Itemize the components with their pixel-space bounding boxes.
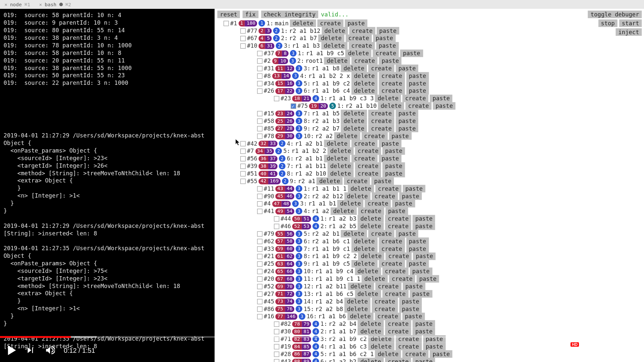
- paste-button[interactable]: paste: [417, 275, 439, 283]
- delete-button[interactable]: delete: [351, 245, 377, 253]
- node-checkbox[interactable]: [274, 216, 279, 221]
- create-button[interactable]: create: [361, 132, 387, 140]
- paste-button[interactable]: paste: [345, 19, 368, 27]
- tab-node[interactable]: × node ⌘1: [0, 0, 35, 9]
- node-checkbox[interactable]: [257, 126, 262, 131]
- delete-button[interactable]: delete: [341, 64, 367, 72]
- paste-button[interactable]: paste: [413, 328, 435, 335]
- delete-button[interactable]: delete: [341, 117, 367, 125]
- create-button[interactable]: create: [375, 185, 401, 192]
- paste-button[interactable]: paste: [382, 147, 405, 155]
- node-checkbox[interactable]: [257, 284, 262, 289]
- node-checkbox[interactable]: [240, 148, 245, 154]
- delete-button[interactable]: delete: [348, 185, 374, 192]
- node-checkbox[interactable]: [257, 118, 262, 124]
- create-button[interactable]: create: [379, 260, 405, 268]
- delete-button[interactable]: delete: [348, 282, 374, 290]
- delete-button[interactable]: delete: [358, 328, 384, 335]
- reset-button[interactable]: reset: [217, 11, 240, 18]
- toggle-debugger-button[interactable]: toggle debuger: [588, 11, 642, 18]
- paste-button[interactable]: paste: [400, 50, 423, 57]
- delete-button[interactable]: delete: [351, 237, 377, 245]
- paste-button[interactable]: paste: [376, 42, 399, 50]
- node-checkbox[interactable]: [257, 246, 262, 251]
- node-checkbox[interactable]: [274, 329, 279, 334]
- node-checkbox[interactable]: [257, 186, 262, 191]
- delete-button[interactable]: delete: [351, 87, 377, 95]
- create-button[interactable]: create: [386, 253, 412, 260]
- node-checkbox[interactable]: [274, 224, 279, 229]
- node-checkbox[interactable]: [291, 103, 296, 109]
- paste-button[interactable]: paste: [399, 192, 422, 200]
- delete-button[interactable]: delete: [375, 95, 401, 102]
- node-checkbox[interactable]: [257, 51, 262, 56]
- play-button[interactable]: [8, 345, 16, 355]
- paste-button[interactable]: paste: [403, 282, 425, 290]
- delete-button[interactable]: delete: [347, 313, 373, 320]
- paste-button[interactable]: paste: [396, 117, 419, 125]
- node-checkbox[interactable]: [257, 261, 262, 266]
- paste-button[interactable]: paste: [413, 253, 436, 260]
- delete-button[interactable]: delete: [290, 19, 316, 27]
- paste-button[interactable]: paste: [396, 64, 419, 72]
- create-button[interactable]: create: [372, 305, 398, 313]
- paste-button[interactable]: paste: [379, 57, 402, 65]
- delete-button[interactable]: delete: [324, 57, 350, 65]
- video-progress-bar[interactable]: [0, 336, 644, 338]
- paste-button[interactable]: paste: [413, 223, 435, 230]
- delete-button[interactable]: delete: [346, 50, 372, 57]
- create-button[interactable]: create: [344, 177, 370, 185]
- miniplayer-button[interactable]: [585, 345, 596, 355]
- delete-button[interactable]: delete: [358, 223, 384, 230]
- create-button[interactable]: create: [355, 147, 381, 155]
- delete-button[interactable]: delete: [345, 192, 371, 200]
- node-checkbox[interactable]: [240, 171, 245, 176]
- terminal-pane[interactable]: 019: source: 58 parentId: 10 n: 4 019: s…: [0, 9, 215, 362]
- create-button[interactable]: create: [349, 27, 375, 35]
- delete-button[interactable]: delete: [324, 155, 350, 162]
- node-checkbox[interactable]: [257, 299, 262, 304]
- fullscreen-button[interactable]: [626, 345, 636, 355]
- node-checkbox[interactable]: [257, 291, 262, 297]
- node-checkbox[interactable]: [240, 156, 245, 161]
- node-checkbox[interactable]: [240, 43, 245, 48]
- node-checkbox[interactable]: [240, 163, 245, 169]
- delete-button[interactable]: delete: [341, 125, 367, 132]
- node-checkbox[interactable]: [257, 73, 262, 79]
- create-button[interactable]: create: [365, 200, 391, 207]
- create-button[interactable]: create: [405, 102, 431, 110]
- node-checkbox[interactable]: [257, 208, 262, 214]
- paste-button[interactable]: paste: [410, 290, 432, 298]
- settings-button[interactable]: HD: [565, 345, 575, 355]
- create-button[interactable]: create: [379, 80, 405, 87]
- paste-button[interactable]: paste: [382, 162, 405, 170]
- delete-button[interactable]: delete: [318, 35, 344, 42]
- delete-button[interactable]: delete: [327, 170, 353, 177]
- paste-button[interactable]: paste: [392, 200, 415, 207]
- paste-button[interactable]: paste: [413, 215, 435, 223]
- paste-button[interactable]: paste: [396, 230, 419, 237]
- delete-button[interactable]: delete: [358, 320, 384, 328]
- create-button[interactable]: create: [385, 328, 411, 335]
- create-button[interactable]: create: [368, 64, 394, 72]
- create-button[interactable]: create: [382, 290, 408, 298]
- delete-button[interactable]: delete: [324, 140, 350, 147]
- paste-button[interactable]: paste: [385, 207, 408, 215]
- start-button[interactable]: start: [619, 19, 642, 27]
- delete-button[interactable]: delete: [330, 207, 356, 215]
- delete-button[interactable]: delete: [351, 72, 377, 80]
- stop-button[interactable]: stop: [598, 19, 617, 27]
- delete-button[interactable]: delete: [341, 110, 367, 117]
- node-checkbox[interactable]: [274, 96, 279, 101]
- create-button[interactable]: create: [317, 19, 343, 27]
- create-button[interactable]: create: [379, 245, 405, 253]
- create-button[interactable]: create: [382, 268, 408, 275]
- delete-button[interactable]: delete: [358, 253, 384, 260]
- delete-button[interactable]: delete: [317, 177, 343, 185]
- node-checkbox[interactable]: [257, 133, 262, 139]
- paste-button[interactable]: paste: [410, 268, 432, 275]
- paste-button[interactable]: paste: [406, 80, 429, 87]
- paste-button[interactable]: paste: [406, 260, 429, 268]
- create-button[interactable]: create: [368, 110, 394, 117]
- delete-button[interactable]: delete: [327, 147, 353, 155]
